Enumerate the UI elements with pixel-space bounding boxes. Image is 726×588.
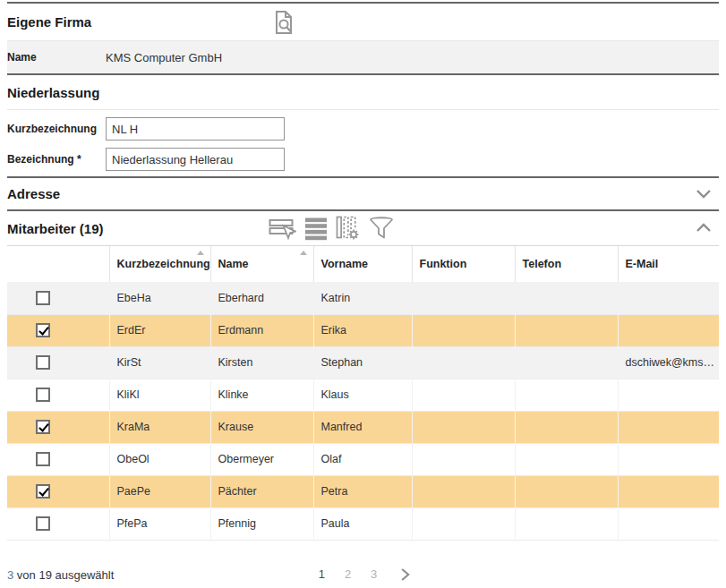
column-label: Funktion (420, 258, 467, 270)
name-value: KMS Computer GmbH (106, 51, 222, 64)
column-header-telefon[interactable]: Telefon (515, 246, 618, 282)
table-cell: EbeHa (109, 282, 210, 314)
table-cell (618, 475, 719, 507)
table-cell: Kirsten (210, 346, 313, 379)
page-number-2[interactable]: 2 (341, 566, 354, 583)
column-header-vorname[interactable]: Vorname (313, 246, 412, 282)
table-cell: Katrin (313, 282, 412, 314)
table-cell: Krause (210, 411, 313, 443)
bezeichnung-input[interactable] (106, 148, 285, 171)
column-label: Vorname (321, 258, 369, 270)
column-label: Telefon (523, 258, 562, 270)
page-number-3[interactable]: 3 (367, 566, 380, 583)
row-checkbox[interactable] (36, 516, 50, 531)
table-cell: Stephan (313, 346, 412, 379)
table-cell (515, 475, 618, 507)
kurzbezeichnung-label: Kurzbezeichnung (7, 123, 106, 135)
section-header-adresse[interactable]: Adresse (7, 178, 719, 209)
filter-icon[interactable] (368, 216, 395, 241)
table-row[interactable]: KraMaKrauseManfred (7, 411, 719, 443)
table-cell (515, 379, 618, 411)
row-checkbox[interactable] (36, 420, 50, 434)
table-cell (515, 314, 618, 346)
row-checkbox[interactable] (36, 355, 50, 370)
row-checkbox-cell (7, 475, 109, 507)
section-title-adresse: Adresse (7, 186, 60, 201)
sort-ascending-icon (300, 251, 307, 255)
sort-ascending-icon (197, 251, 204, 255)
select-rows-icon[interactable] (269, 216, 296, 241)
selection-status: 3 von 19 ausgewählt (7, 567, 114, 583)
table-cell: KraMa (109, 411, 210, 443)
row-settings-icon[interactable] (304, 216, 328, 241)
table-cell (412, 411, 515, 443)
table-cell: Obermeyer (210, 443, 313, 475)
name-label: Name (7, 51, 106, 64)
column-label: E-Mail (626, 258, 659, 270)
column-settings-icon[interactable] (336, 215, 360, 241)
table-row[interactable]: KirStKirstenStephandschiwek@kms… (7, 346, 719, 379)
row-checkbox[interactable] (36, 323, 50, 337)
chevron-down-icon[interactable] (696, 186, 712, 202)
section-title-mitarbeiter: Mitarbeiter (19) (7, 221, 104, 236)
row-checkbox-cell (7, 411, 109, 443)
table-row[interactable]: ErdErErdmannErika (7, 314, 719, 346)
column-header-kurzbezeichnung[interactable]: Kurzbezeichnung (109, 246, 210, 282)
section-title-eigene-firma: Eigene Firma (7, 14, 91, 30)
section-header-eigene-firma: Eigene Firma (7, 4, 719, 40)
table-row[interactable]: EbeHaEberhardKatrin (7, 282, 719, 314)
row-checkbox[interactable] (36, 484, 50, 499)
table-cell (618, 282, 719, 314)
table-cell: Erika (313, 314, 412, 346)
chevron-right-icon[interactable] (400, 567, 411, 582)
table-cell: Manfred (313, 411, 412, 443)
table-cell (618, 314, 719, 346)
document-search-icon[interactable] (271, 9, 296, 39)
page-number-1[interactable]: 1 (315, 566, 329, 583)
table-cell (412, 475, 515, 507)
table-cell: KirSt (109, 346, 210, 379)
table-cell: Klinke (210, 379, 313, 411)
row-checkbox[interactable] (36, 388, 50, 402)
table-cell (618, 379, 719, 411)
table-cell: Petra (313, 475, 412, 507)
table-cell: KliKl (109, 379, 210, 411)
table-footer: 3 von 19 ausgewählt 123 (7, 558, 719, 588)
table-cell (515, 346, 618, 379)
table-row[interactable]: PfePaPfennigPaula (7, 507, 719, 540)
column-label: Kurzbezeichnung (117, 258, 210, 270)
pagination: 123 (315, 566, 412, 583)
table-cell: Erdmann (210, 314, 313, 346)
table-row[interactable]: PaePePächterPetra (7, 475, 719, 507)
chevron-up-icon[interactable] (696, 220, 712, 236)
table-cell: Klaus (313, 379, 412, 411)
kurzbezeichnung-input[interactable] (106, 117, 285, 141)
niederlassung-fields: Kurzbezeichnung Bezeichnung * (7, 110, 719, 176)
column-header-name[interactable]: Name (210, 246, 313, 282)
row-checkbox-cell (7, 379, 109, 411)
table-cell (515, 443, 618, 475)
table-cell: Eberhard (210, 282, 313, 314)
column-header-funktion[interactable]: Funktion (412, 246, 515, 282)
select-column-header (7, 246, 109, 282)
page-numbers: 123 (315, 566, 381, 583)
row-checkbox[interactable] (36, 452, 50, 466)
table-cell (515, 282, 618, 314)
row-checkbox[interactable] (36, 291, 50, 305)
table-row[interactable]: ObeOlObermeyerOlaf (7, 443, 719, 475)
column-header-email[interactable]: E-Mail (618, 246, 719, 282)
table-cell (412, 443, 515, 475)
row-checkbox-cell (7, 346, 109, 379)
table-cell: PfePa (109, 507, 210, 540)
column-label: Name (218, 258, 249, 270)
table-cell: Pächter (210, 475, 313, 507)
table-row[interactable]: KliKlKlinkeKlaus (7, 379, 719, 411)
section-header-mitarbeiter[interactable]: Mitarbeiter (19) (7, 211, 719, 245)
table-cell: dschiwek@kms… (618, 346, 719, 379)
table-cell: ErdEr (109, 314, 210, 346)
table-cell: PaePe (109, 475, 210, 507)
table-cell: Olaf (313, 443, 412, 475)
table-cell (412, 507, 515, 540)
table-toolbar (269, 215, 395, 241)
field-row-bezeichnung: Bezeichnung * (7, 148, 719, 171)
